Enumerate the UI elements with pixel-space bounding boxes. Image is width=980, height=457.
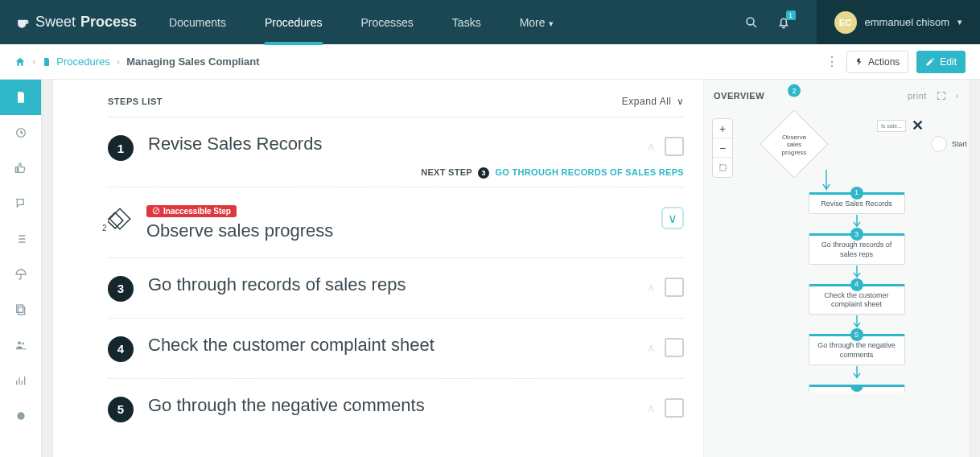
overview-header: OVERVIEW print ›	[714, 88, 959, 110]
next-step-number: 3	[478, 167, 489, 179]
step-title[interactable]: Check the customer complaint sheet	[148, 335, 632, 356]
svg-rect-4	[16, 305, 23, 312]
step-title[interactable]: Observe sales progress	[146, 220, 647, 241]
flow-decision-node[interactable]: 2 Observe sales progress	[760, 110, 829, 179]
brand-text-process: Process	[80, 14, 137, 31]
flow-node-number: 6	[850, 385, 863, 392]
sidebar-scroll-track[interactable]	[42, 80, 53, 457]
brand-cup-icon	[14, 14, 31, 31]
step-block-2: 2 Inaccessible Step Observe sales progre…	[108, 187, 684, 258]
notifications-icon[interactable]: 1	[776, 15, 791, 30]
zoom-in-button[interactable]: +	[713, 119, 732, 138]
more-options-icon[interactable]: ⋮	[826, 54, 838, 69]
top-navbar: SweetProcess Documents Procedures Proces…	[0, 0, 980, 44]
flow-node-3[interactable]: 3 Go through records of sales reps	[809, 233, 905, 265]
sidebar-history-icon[interactable]	[0, 115, 41, 150]
step-title[interactable]: Revise Sales Records	[148, 134, 632, 154]
fullscreen-icon[interactable]	[937, 91, 946, 101]
collapse-icon[interactable]: ∧	[647, 281, 655, 294]
overview-title: OVERVIEW	[714, 91, 764, 101]
sidebar-umbrella-icon[interactable]	[0, 257, 41, 292]
nav-more[interactable]: More	[520, 1, 554, 44]
left-sidebar	[0, 80, 42, 457]
user-name-label: emmanuel chisom	[865, 16, 950, 28]
sidebar-stats-icon[interactable]	[0, 363, 41, 398]
step-checkbox[interactable]	[665, 278, 684, 297]
zoom-fit-button[interactable]	[713, 158, 732, 177]
chevron-down-icon: ▾	[957, 17, 962, 27]
start-circle-icon	[931, 136, 947, 152]
flow-node-label: Revise Sales Records	[821, 200, 892, 208]
zoom-out-button[interactable]: −	[713, 138, 732, 158]
sidebar-thumbs-up-icon[interactable]	[0, 150, 41, 186]
flow-node-5[interactable]: 5 Go through the negative comments	[809, 334, 905, 365]
nav-tasks[interactable]: Tasks	[452, 1, 481, 44]
flow-mini-tooltip: Is sale...	[877, 120, 906, 132]
breadcrumb-current: Managing Sales Compliant	[126, 56, 259, 68]
sidebar-list-icon[interactable]	[0, 221, 41, 257]
blocked-icon	[152, 207, 160, 215]
edit-button[interactable]: Edit	[916, 51, 966, 73]
search-icon[interactable]	[744, 15, 759, 30]
brand-logo[interactable]: SweetProcess	[14, 14, 137, 31]
main-nav: Documents Procedures Processes Tasks Mor…	[169, 1, 553, 44]
flow-node-label: Check the customer complaint sheet	[824, 291, 888, 308]
overview-panel: OVERVIEW print › + − 2	[703, 80, 969, 457]
flow-node-number: 2	[788, 84, 801, 97]
step-title[interactable]: Go through records of sales reps	[148, 274, 632, 295]
svg-line-1	[753, 24, 756, 27]
right-scroll-track[interactable]	[969, 80, 980, 457]
step-checkbox[interactable]	[665, 398, 684, 418]
nav-processes[interactable]: Processes	[361, 1, 414, 44]
svg-rect-3	[18, 307, 24, 314]
actions-button[interactable]: Actions	[846, 51, 908, 73]
home-icon[interactable]	[14, 56, 26, 68]
flow-node-1[interactable]: 1 Revise Sales Records	[809, 192, 905, 214]
bolt-icon	[855, 57, 863, 67]
steps-list-title: STEPS LIST	[108, 97, 163, 106]
nav-more-label: More	[520, 16, 546, 29]
breadcrumb-procedures[interactable]: Procedures	[56, 56, 109, 68]
collapse-icon[interactable]: ∧	[647, 341, 655, 354]
sidebar-document-icon[interactable]	[0, 80, 41, 115]
sidebar-copy-icon[interactable]	[0, 292, 41, 327]
chevron-down-icon: ∨	[677, 96, 685, 107]
breadcrumb-sep: ›	[117, 56, 120, 68]
edit-icon	[925, 57, 935, 67]
step-title[interactable]: Go through the negative comments	[148, 395, 632, 416]
expand-step-button[interactable]: ∨	[661, 207, 684, 229]
chevron-right-icon[interactable]: ›	[956, 91, 959, 101]
flow-node-label: Go through the negative comments	[817, 341, 896, 358]
nav-procedures[interactable]: Procedures	[265, 1, 323, 44]
step-number: 4	[108, 336, 134, 362]
next-step-label: NEXT STEP	[421, 167, 472, 177]
inaccessible-badge: Inaccessible Step	[146, 205, 237, 217]
topbar-right: 1 EC emmanuel chisom ▾	[744, 0, 966, 44]
step-checkbox[interactable]	[665, 137, 684, 156]
print-link[interactable]: print	[908, 91, 927, 101]
next-step-link[interactable]: GO THROUGH RECORDS OF SALES REPS	[495, 167, 684, 177]
svg-point-0	[747, 18, 754, 25]
collapse-icon[interactable]: ∧	[647, 140, 655, 153]
close-flow-icon[interactable]: ✕	[912, 117, 924, 134]
svg-rect-9	[108, 212, 123, 228]
flow-node-6[interactable]: 6	[809, 385, 905, 393]
steps-list-panel: STEPS LIST Expand All ∨ 1 Revise Sales R…	[53, 80, 703, 457]
step-block-5: 5 Go through the negative comments ∧	[108, 379, 684, 438]
user-menu[interactable]: EC emmanuel chisom ▾	[817, 0, 981, 44]
notification-badge: 1	[786, 10, 796, 20]
sidebar-users-icon[interactable]	[0, 327, 41, 363]
step-block-3: 3 Go through records of sales reps ∧	[108, 258, 684, 319]
flow-node-number: 5	[850, 328, 863, 341]
flow-node-4[interactable]: 4 Check the customer complaint sheet	[809, 284, 905, 315]
expand-all-button[interactable]: Expand All ∨	[622, 96, 684, 107]
nav-documents[interactable]: Documents	[169, 1, 226, 44]
flow-decision-label: Observe sales progress	[770, 121, 818, 169]
sidebar-tag-icon[interactable]	[0, 398, 41, 434]
sidebar-comments-icon[interactable]	[0, 186, 41, 221]
flowchart[interactable]: 2 Observe sales progress Is sale... ✕ St…	[754, 110, 959, 393]
workspace: STEPS LIST Expand All ∨ 1 Revise Sales R…	[0, 80, 980, 457]
step-block-1: 1 Revise Sales Records ∧ NEXT STEP 3 GO …	[108, 117, 684, 187]
collapse-icon[interactable]: ∧	[647, 401, 655, 414]
step-checkbox[interactable]	[665, 338, 684, 357]
